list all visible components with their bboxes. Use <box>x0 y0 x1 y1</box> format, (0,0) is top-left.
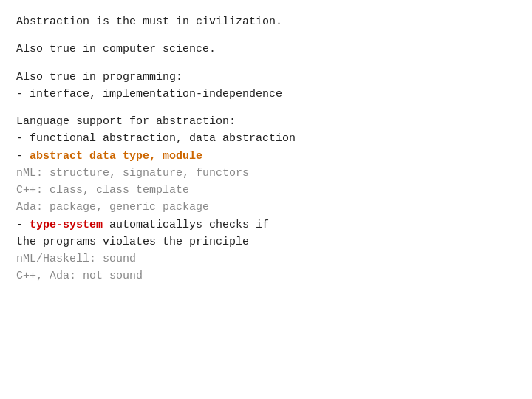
block-also-true-computer: Also true in computer science. <box>16 41 516 58</box>
line-also-true-computer: Also true in computer science. <box>16 41 516 58</box>
line-functional-abstraction: - functional abstraction, data abstracti… <box>16 130 516 147</box>
slide-content: Abstraction is the must in civilization.… <box>16 13 516 285</box>
line-nml-haskell-sound: nML/Haskell: sound <box>16 250 516 267</box>
block-also-true-programming: Also true in programming: - interface, i… <box>16 69 516 103</box>
line-programs-violates: the programs violates the principle <box>16 233 516 250</box>
line-also-true-programming: Also true in programming: <box>16 69 516 86</box>
line-ts-highlight: type-system <box>30 219 103 231</box>
block-abstraction: Abstraction is the must in civilization. <box>16 13 516 30</box>
line-ts-post: automaticallys checks if <box>103 219 269 231</box>
line-ada-package: Ada: package, generic package <box>16 199 516 216</box>
line-cpp-class: C++: class, class template <box>16 182 516 199</box>
line-interface-impl: - interface, implementation-independence <box>16 86 516 103</box>
block-language-support: Language support for abstraction: - func… <box>16 113 516 285</box>
line-language-support: Language support for abstraction: <box>16 113 516 130</box>
line-adt-pre: - <box>16 150 30 163</box>
line-type-system: - type-system automaticallys checks if <box>16 216 516 233</box>
line-abstract-data-type: - abstract data type, module <box>16 148 516 165</box>
line-ts-pre: - <box>16 219 30 231</box>
line-nml-structure: nML: structure, signature, functors <box>16 165 516 182</box>
line-cpp-ada-not-sound: C++, Ada: not sound <box>16 267 516 284</box>
line-adt-highlight: abstract data type, module <box>30 150 202 163</box>
line-abstraction-civilization: Abstraction is the must in civilization. <box>16 13 516 30</box>
